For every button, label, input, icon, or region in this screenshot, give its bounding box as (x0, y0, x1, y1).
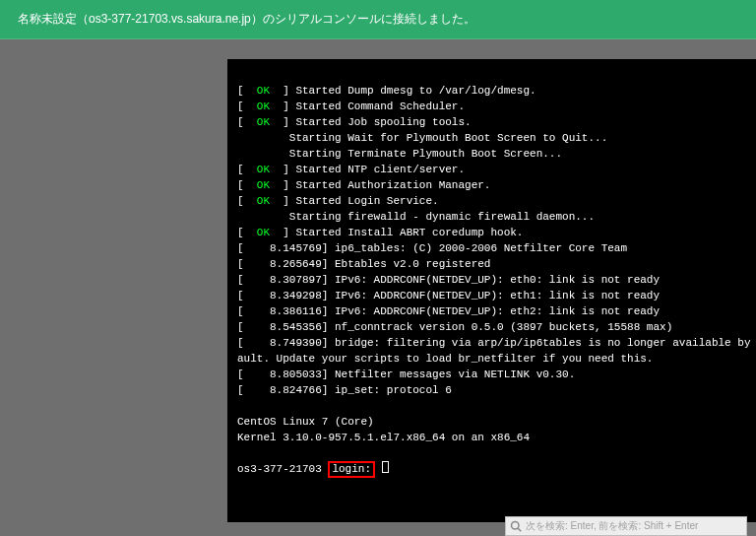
status-ok: OK (257, 195, 270, 207)
os-line: CentOS Linux 7 (Core) (237, 416, 374, 428)
log-line: [ OK ] Started Authorization Manager. (237, 179, 490, 191)
terminal-output[interactable]: [ OK ] Started Dump dmesg to /var/log/dm… (227, 59, 756, 522)
header-title: 名称未設定（os3-377-21703.vs.sakura.ne.jp）のシリア… (18, 11, 475, 28)
search-icon (510, 520, 522, 532)
status-ok: OK (257, 116, 270, 128)
svg-point-0 (512, 522, 520, 530)
log-line: [ 8.805033] Netfilter messages via NETLI… (237, 368, 575, 380)
log-line: [ 8.545356] nf_conntrack version 0.5.0 (… (237, 321, 672, 333)
status-ok: OK (257, 179, 270, 191)
log-line: [ 8.145769] ip6_tables: (C) 2000-2006 Ne… (237, 242, 627, 254)
log-line: [ 8.307897] IPv6: ADDRCONF(NETDEV_UP): e… (237, 274, 660, 286)
login-highlight: login: (328, 461, 375, 478)
log-line: [ OK ] Started Dump dmesg to /var/log/dm… (237, 85, 536, 97)
log-line: [ 8.265649] Ebtables v2.0 registered (237, 258, 490, 270)
status-ok: OK (257, 164, 270, 175)
log-line: [ OK ] Started NTP client/server. (237, 164, 465, 175)
search-placeholder: 次を検索: Enter, 前を検索: Shift + Enter (526, 519, 698, 533)
status-ok: OK (257, 100, 270, 112)
kernel-line: Kernel 3.10.0-957.5.1.el7.x86_64 on an x… (237, 432, 530, 443)
log-line: [ 8.349298] IPv6: ADDRCONF(NETDEV_UP): e… (237, 290, 660, 302)
status-ok: OK (257, 85, 270, 97)
log-line: Starting Wait for Plymouth Boot Screen t… (237, 132, 607, 144)
log-line: [ OK ] Started Login Service. (237, 195, 439, 207)
status-ok: OK (257, 227, 270, 238)
log-line: [ 8.386116] IPv6: ADDRCONF(NETDEV_UP): e… (237, 305, 660, 317)
header-bar: 名称未設定（os3-377-21703.vs.sakura.ne.jp）のシリア… (0, 0, 756, 39)
svg-line-1 (518, 528, 521, 531)
log-line: Starting firewalld - dynamic firewall da… (237, 211, 595, 223)
search-bar[interactable]: 次を検索: Enter, 前を検索: Shift + Enter (505, 516, 747, 536)
cursor-icon (382, 461, 389, 473)
log-line: [ OK ] Started Install ABRT coredump hoo… (237, 227, 523, 238)
log-line: ault. Update your scripts to load br_net… (237, 353, 653, 365)
log-line: Starting Terminate Plymouth Boot Screen.… (237, 148, 562, 160)
log-line: [ OK ] Started Job spooling tools. (237, 116, 472, 128)
log-line: [ 8.749390] bridge: filtering via arp/ip… (237, 337, 756, 349)
login-prompt[interactable]: os3-377-21703 login: (237, 463, 389, 475)
log-line: [ OK ] Started Command Scheduler. (237, 100, 465, 112)
log-line: [ 8.824766] ip_set: protocol 6 (237, 384, 452, 396)
